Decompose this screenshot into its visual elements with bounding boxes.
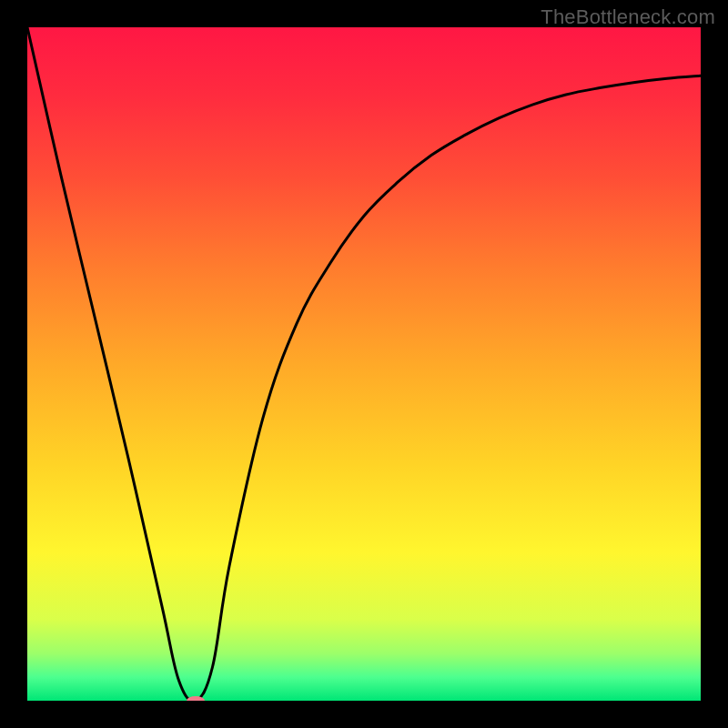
- chart-frame: [27, 27, 701, 701]
- watermark-text: TheBottleneck.com: [541, 5, 715, 29]
- bottleneck-chart: [27, 27, 701, 701]
- gradient-background: [27, 27, 701, 701]
